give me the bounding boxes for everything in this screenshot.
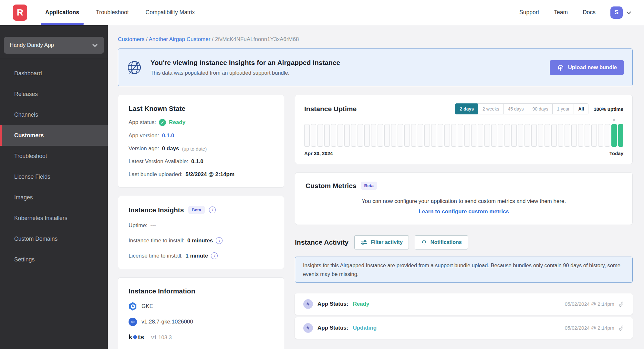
range-1-year[interactable]: 1 year xyxy=(552,103,574,114)
uptime-bar-empty[interactable] xyxy=(418,124,423,147)
uptime-bar-empty[interactable] xyxy=(471,124,477,147)
uptime-bar-empty[interactable] xyxy=(525,124,530,147)
uptime-bar-empty[interactable] xyxy=(565,124,570,147)
app-version-link[interactable]: 0.1.0 xyxy=(162,132,174,139)
event-timestamp: 05/02/2024 @ 2:14pm xyxy=(565,325,614,331)
nav-link-team[interactable]: Team xyxy=(554,9,568,16)
uptime-bar-empty[interactable] xyxy=(578,124,584,147)
uptime-bar-empty[interactable] xyxy=(338,124,343,147)
uptime-bar-empty[interactable] xyxy=(398,124,403,147)
uptime-bar-empty[interactable] xyxy=(464,124,470,147)
sidebar-item-customers[interactable]: Customers xyxy=(0,125,108,146)
sidebar-item-images[interactable]: Images xyxy=(0,187,108,208)
info-icon[interactable]: i xyxy=(209,206,216,213)
uptime-bar-empty[interactable] xyxy=(411,124,417,147)
uptime-bar-up[interactable] xyxy=(611,124,617,147)
uptime-bar-empty[interactable] xyxy=(478,124,483,147)
tab-compatibility-matrix[interactable]: Compatibility Matrix xyxy=(146,0,195,25)
uptime-bar-empty[interactable] xyxy=(504,124,510,147)
sidebar-item-custom-domains[interactable]: Custom Domains xyxy=(0,228,108,249)
sidebar-item-channels[interactable]: Channels xyxy=(0,104,108,125)
tab-troubleshoot[interactable]: Troubleshoot xyxy=(96,0,129,25)
activity-event-row[interactable]: App Status:Ready05/02/2024 @ 2:14pm xyxy=(295,293,633,315)
sidebar-item-kubernetes-installers[interactable]: Kubernetes Installers xyxy=(0,208,108,228)
banner-title: You're viewing Instance Insights for an … xyxy=(151,59,340,67)
permalink-icon[interactable] xyxy=(618,325,624,331)
uptime-bar-up[interactable] xyxy=(618,124,624,147)
permalink-icon[interactable] xyxy=(618,301,624,307)
kots-version-row: kts v1.103.3 xyxy=(129,333,274,341)
uptime-bar-empty[interactable] xyxy=(431,124,437,147)
uptime-bar-empty[interactable] xyxy=(344,124,350,147)
uptime-bar-empty[interactable] xyxy=(378,124,383,147)
nav-link-support[interactable]: Support xyxy=(519,9,539,16)
uptime-bar-empty[interactable] xyxy=(558,124,564,147)
uptime-bar-empty[interactable] xyxy=(304,124,310,147)
custom-metrics-card: Custom Metrics Beta You can now configur… xyxy=(295,172,633,225)
sidebar-item-license-fields[interactable]: License Fields xyxy=(0,166,108,187)
uptime-bar-empty[interactable] xyxy=(451,124,457,147)
uptime-bar-empty[interactable] xyxy=(438,124,443,147)
range-45-days[interactable]: 45 days xyxy=(503,103,528,114)
range-2-weeks[interactable]: 2 weeks xyxy=(478,103,504,114)
event-label: App Status: xyxy=(317,301,348,307)
nav-link-docs[interactable]: Docs xyxy=(583,9,596,16)
uptime-bar-empty[interactable] xyxy=(324,124,330,147)
gke-icon xyxy=(129,302,137,311)
sidebar-item-dashboard[interactable]: Dashboard xyxy=(0,63,108,84)
app-selector[interactable]: Handy Dandy App xyxy=(4,37,104,54)
last-bundle-row: Last bundle uploaded: 5/2/2024 @ 2:14pm xyxy=(129,171,274,178)
uptime-bar-empty[interactable] xyxy=(317,124,323,147)
uptime-bar-empty[interactable] xyxy=(358,124,363,147)
uptime-bar-empty[interactable] xyxy=(404,124,410,147)
uptime-bar-empty[interactable] xyxy=(545,124,550,147)
uptime-bar-empty[interactable] xyxy=(351,124,357,147)
uptime-bar-empty[interactable] xyxy=(605,124,610,147)
uptime-bar-empty[interactable] xyxy=(518,124,524,147)
sidebar-item-settings[interactable]: Settings xyxy=(0,249,108,270)
uptime-bar-empty[interactable] xyxy=(491,124,497,147)
uptime-bar-empty[interactable] xyxy=(591,124,597,147)
avatar[interactable]: S xyxy=(610,6,623,19)
replicated-logo[interactable]: R xyxy=(13,5,27,21)
info-icon[interactable]: i xyxy=(211,252,218,259)
uptime-bar-empty[interactable] xyxy=(384,124,390,147)
uptime-bar-empty[interactable] xyxy=(511,124,517,147)
last-known-state-title: Last Known State xyxy=(129,105,274,112)
event-pulse-badge xyxy=(303,299,313,309)
sidebar-item-releases[interactable]: Releases xyxy=(0,84,108,104)
uptime-bar-empty[interactable] xyxy=(458,124,463,147)
filter-activity-button[interactable]: Filter activity xyxy=(354,235,409,249)
uptime-bar-empty[interactable] xyxy=(331,124,337,147)
uptime-bar-empty[interactable] xyxy=(371,124,377,147)
breadcrumb-customer-name[interactable]: Another Airgap Customer xyxy=(149,36,210,42)
uptime-bar-empty[interactable] xyxy=(538,124,544,147)
banner-subtitle: This data was populated from an uploaded… xyxy=(151,70,340,76)
uptime-bar-empty[interactable] xyxy=(391,124,397,147)
uptime-bar-empty[interactable] xyxy=(571,124,577,147)
instance-insights-card: Instance Insights Beta i Uptime: --- Ins… xyxy=(118,196,284,269)
uptime-bar-empty[interactable] xyxy=(364,124,370,147)
uptime-bar-empty[interactable] xyxy=(598,124,604,147)
uptime-bar-empty[interactable] xyxy=(444,124,450,147)
configure-metrics-link[interactable]: Learn to configure custom metrics xyxy=(306,208,622,215)
uptime-bar-empty[interactable] xyxy=(551,124,557,147)
uptime-bar-empty[interactable] xyxy=(531,124,537,147)
range-2-days[interactable]: 2 days xyxy=(455,103,478,114)
range-90-days[interactable]: 90 days xyxy=(528,103,553,114)
activity-event-row[interactable]: App Status:Updating05/02/2024 @ 2:14pm xyxy=(295,317,633,339)
notifications-button[interactable]: Notifications xyxy=(415,235,468,249)
uptime-bar-empty[interactable] xyxy=(585,124,590,147)
info-icon[interactable]: i xyxy=(216,237,223,244)
sidebar-item-troubleshoot[interactable]: Troubleshoot xyxy=(0,146,108,166)
uptime-bar-empty[interactable] xyxy=(311,124,317,147)
tab-applications[interactable]: Applications xyxy=(45,0,79,25)
range-all[interactable]: All xyxy=(574,103,588,114)
upload-new-bundle-button[interactable]: Upload new bundle xyxy=(550,60,624,75)
account-menu[interactable]: S xyxy=(610,6,632,19)
uptime-bar-empty[interactable] xyxy=(424,124,430,147)
breadcrumb-customers[interactable]: Customers xyxy=(118,36,144,42)
uptime-bar-empty[interactable] xyxy=(484,124,490,147)
uptime-bar-empty[interactable] xyxy=(498,124,503,147)
custom-metrics-body: You can now configure your application t… xyxy=(306,198,622,205)
